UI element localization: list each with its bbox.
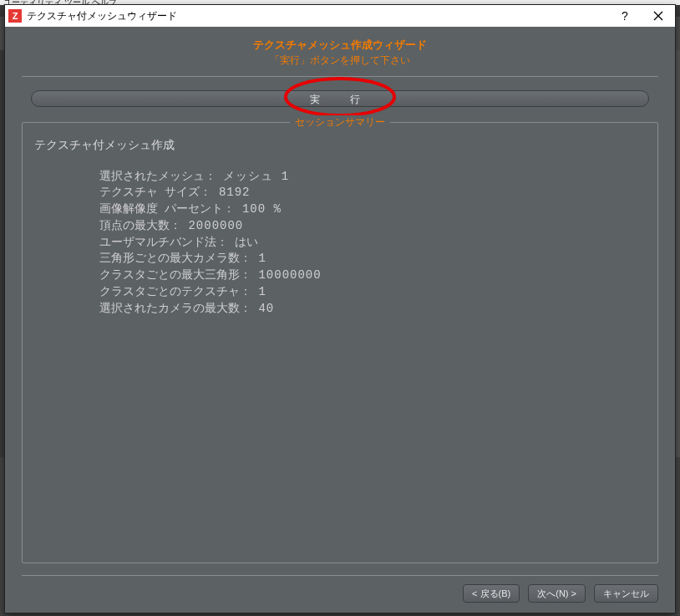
summary-title: テクスチャ付メッシュ作成 — [34, 138, 646, 153]
summary-label: クラスタごとの最大三角形： — [99, 267, 251, 281]
summary-label: ユーザマルチバンド法： — [99, 235, 228, 248]
summary-row: テクスチャ サイズ： 8192 — [99, 184, 646, 201]
next-button[interactable]: 次へ(N) > — [528, 584, 586, 603]
summary-value: 2000000 — [188, 219, 243, 232]
help-button[interactable]: ? — [608, 5, 642, 27]
summary-value: 40 — [258, 302, 274, 315]
session-summary-box: セッションサマリー テクスチャ付メッシュ作成 選択されたメッシュ： メッシュ 1… — [22, 122, 658, 563]
summary-value: 1 — [258, 252, 266, 265]
summary-row: 頂点の最大数： 2000000 — [99, 217, 646, 234]
wizard-header: テクスチャメッシュ作成ウィザード — [22, 38, 658, 52]
summary-label: テクスチャ サイズ： — [99, 185, 211, 198]
dialog-title: テクスチャ付メッシュウィザード — [27, 9, 608, 23]
close-button[interactable] — [642, 5, 675, 27]
summary-row: 選択されたカメラの最大数： 40 — [99, 300, 646, 317]
bottom-separator — [22, 575, 658, 576]
summary-value: はい — [235, 235, 258, 248]
dialog-content: テクスチャメッシュ作成ウィザード 「実行」ボタンを押して下さい 実 行 セッショ… — [5, 27, 675, 613]
separator — [22, 76, 658, 77]
wizard-dialog: Z テクスチャ付メッシュウィザード ? テクスチャメッシュ作成ウィザード 「実行… — [4, 4, 676, 613]
summary-row: 選択されたメッシュ： メッシュ 1 — [99, 168, 646, 185]
summary-body: 選択されたメッシュ： メッシュ 1 テクスチャ サイズ： 8192 画像解像度 … — [34, 168, 646, 317]
summary-value: 100 % — [242, 202, 282, 216]
wizard-subheader: 「実行」ボタンを押して下さい — [22, 53, 658, 68]
summary-value: 1 — [258, 285, 266, 298]
dialog-titlebar: Z テクスチャ付メッシュウィザード ? — [5, 5, 675, 27]
run-row: 実 行 — [22, 90, 658, 107]
summary-value: 10000000 — [258, 268, 321, 282]
summary-label: 選択されたカメラの最大数： — [99, 301, 251, 314]
app-icon: Z — [8, 9, 22, 23]
summary-value: メッシュ 1 — [223, 170, 289, 183]
summary-row: クラスタごとの最大三角形： 10000000 — [99, 267, 646, 283]
back-button[interactable]: < 戻る(B) — [463, 584, 520, 603]
summary-row: 画像解像度 パーセント： 100 % — [99, 201, 646, 217]
summary-label: 画像解像度 パーセント： — [99, 201, 235, 215]
close-icon — [653, 11, 663, 21]
summary-row: ユーザマルチバンド法： はい — [99, 234, 646, 250]
wizard-nav-buttons: < 戻る(B) 次へ(N) > キャンセル — [22, 584, 658, 603]
summary-row: 三角形ごとの最大カメラ数： 1 — [99, 250, 646, 267]
summary-row: クラスタごとのテクスチャ： 1 — [99, 283, 646, 300]
summary-label: 頂点の最大数： — [99, 218, 181, 232]
cancel-button[interactable]: キャンセル — [594, 584, 658, 603]
session-summary-legend: セッションサマリー — [290, 115, 390, 130]
summary-value: 8192 — [219, 186, 251, 199]
summary-label: クラスタごとのテクスチャ： — [99, 284, 251, 298]
summary-label: 三角形ごとの最大カメラ数： — [99, 251, 251, 264]
summary-label: 選択されたメッシュ： — [99, 169, 216, 182]
run-button[interactable]: 実 行 — [31, 90, 649, 107]
